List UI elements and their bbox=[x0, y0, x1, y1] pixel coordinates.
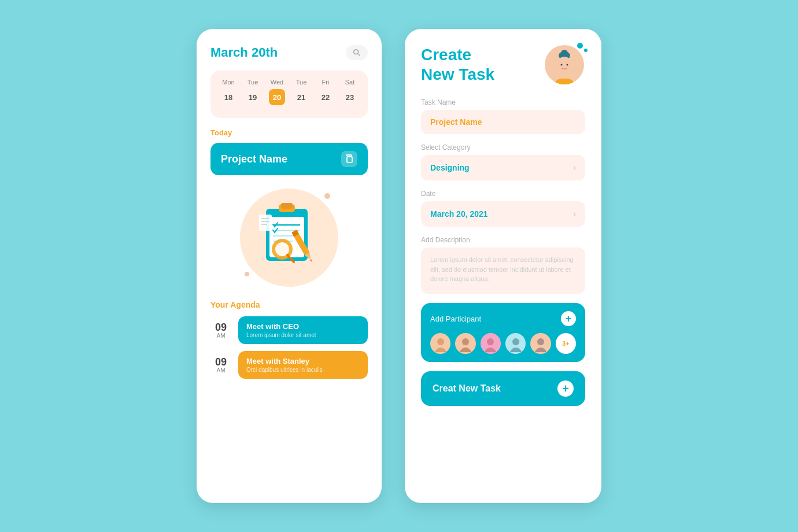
day-num-mon: 18 bbox=[220, 89, 237, 105]
avatar-area bbox=[545, 45, 585, 86]
clipboard-illustration bbox=[254, 197, 324, 278]
avatar-1-svg bbox=[432, 335, 449, 352]
avatar-svg bbox=[548, 49, 581, 84]
create-btn-label: Creat New Task bbox=[433, 383, 501, 394]
create-new-task-button[interactable]: Creat New Task + bbox=[421, 371, 585, 406]
agenda-card-title-1: Meet with CEO bbox=[246, 322, 360, 331]
create-title-line1: Create bbox=[421, 45, 494, 65]
search-icon bbox=[353, 49, 361, 57]
day-num-tue: 19 bbox=[245, 89, 261, 105]
time-block-1: 09 AM bbox=[210, 322, 231, 339]
participant-avatar-1 bbox=[430, 333, 450, 354]
project-bar[interactable]: Project Name bbox=[210, 143, 368, 175]
time-ampm-1: AM bbox=[210, 332, 231, 339]
participant-label: Add Participant bbox=[430, 315, 481, 323]
description-placeholder: Lorem ipsum dolor sit amet, consectetur … bbox=[430, 255, 576, 284]
bubble-dot1 bbox=[577, 43, 583, 49]
participant-section: Add Participant + bbox=[421, 303, 585, 362]
date-label: Date bbox=[421, 190, 585, 198]
agenda-card-2[interactable]: Meet with Stanley Orci dapibus ultrices … bbox=[238, 351, 368, 379]
participant-avatar-4 bbox=[505, 333, 526, 354]
date-field[interactable]: March 20, 2021 › bbox=[421, 201, 585, 227]
day-name-fri: Fri bbox=[322, 79, 330, 86]
time-ampm-2: AM bbox=[210, 367, 231, 374]
avatar-5-svg bbox=[532, 335, 549, 352]
svg-rect-2 bbox=[347, 157, 352, 162]
day-name-wed: Wed bbox=[271, 79, 283, 86]
svg-point-23 bbox=[561, 50, 568, 57]
day-cell-mon[interactable]: Mon 18 bbox=[217, 79, 240, 105]
svg-point-28 bbox=[462, 338, 469, 345]
bubble-dot2 bbox=[584, 49, 588, 52]
day-name-tue2: Tue bbox=[296, 79, 307, 86]
description-field[interactable]: Lorem ipsum dolor sit amet, consectetur … bbox=[421, 247, 585, 294]
category-label: Select Category bbox=[421, 143, 585, 152]
task-name-value: Project Name bbox=[430, 117, 482, 127]
day-name-sat: Sat bbox=[345, 79, 355, 86]
date-chevron-icon: › bbox=[573, 209, 576, 219]
day-num-fri: 22 bbox=[317, 89, 334, 105]
date-value: March 20, 2021 bbox=[430, 209, 488, 219]
category-chevron-icon: › bbox=[573, 162, 576, 173]
copy-icon[interactable] bbox=[341, 151, 357, 167]
participant-header: Add Participant + bbox=[430, 311, 576, 326]
day-name-tue: Tue bbox=[247, 79, 258, 86]
create-header: Create New Task bbox=[421, 45, 585, 86]
participant-avatar-3 bbox=[481, 333, 501, 354]
search-box[interactable] bbox=[346, 45, 368, 60]
agenda-card-sub-2: Orci dapibus ultrices in iaculis bbox=[246, 367, 360, 373]
day-name-mon: Mon bbox=[222, 79, 234, 86]
svg-point-25 bbox=[561, 64, 563, 66]
day-cell-fri[interactable]: Fri 22 bbox=[314, 79, 337, 105]
agenda-card-sub-1: Lorem ipsum dolor sit amet bbox=[246, 332, 360, 338]
agenda-card-1[interactable]: Meet with CEO Lorem ipsum dolor sit amet bbox=[238, 316, 368, 344]
day-cell-sat[interactable]: Sat 23 bbox=[338, 79, 361, 105]
svg-point-29 bbox=[487, 338, 494, 345]
time-num-2: 09 bbox=[210, 357, 231, 367]
day-num-sat: 23 bbox=[342, 89, 358, 105]
card-header: March 20th bbox=[210, 45, 368, 60]
svg-point-0 bbox=[354, 50, 359, 54]
project-bar-title: Project Name bbox=[221, 153, 287, 165]
illustration-area bbox=[210, 186, 368, 290]
agenda-label: Your Agenda bbox=[210, 300, 368, 309]
today-label: Today bbox=[210, 128, 368, 137]
svg-point-24 bbox=[556, 57, 572, 75]
svg-point-30 bbox=[512, 338, 519, 345]
left-phone-card: March 20th Mon 18 Tue 19 bbox=[197, 29, 382, 503]
participant-avatar-2 bbox=[455, 333, 475, 354]
agenda-item-1: 09 AM Meet with CEO Lorem ipsum dolor si… bbox=[210, 316, 368, 344]
participant-avatars: 3+ bbox=[430, 333, 576, 354]
right-create-card: Create New Task bbox=[405, 29, 601, 503]
add-participant-button[interactable]: + bbox=[561, 311, 576, 326]
participant-more-badge: 3+ bbox=[556, 333, 576, 354]
avatar-circle bbox=[545, 45, 584, 84]
day-cell-tue[interactable]: Tue 19 bbox=[241, 79, 264, 105]
category-field[interactable]: Designing › bbox=[421, 155, 585, 180]
task-name-field[interactable]: Project Name bbox=[421, 110, 585, 134]
create-title-line2: New Task bbox=[421, 65, 494, 84]
day-num-tue2: 21 bbox=[293, 89, 309, 105]
svg-marker-17 bbox=[309, 259, 312, 262]
description-label: Add Description bbox=[421, 236, 585, 244]
date-title: March 20th bbox=[210, 45, 278, 60]
svg-rect-18 bbox=[259, 215, 272, 231]
agenda-card-title-2: Meet with Stanley bbox=[246, 357, 360, 365]
avatar-3-svg bbox=[482, 335, 499, 352]
day-cell-wed[interactable]: Wed 20 bbox=[265, 79, 289, 105]
avatar-4-svg bbox=[507, 335, 524, 352]
illustration-circle bbox=[240, 189, 338, 287]
day-cell-tue2[interactable]: Tue 21 bbox=[290, 79, 313, 105]
participant-avatar-5 bbox=[530, 333, 551, 354]
create-title-block: Create New Task bbox=[421, 45, 494, 84]
calendar-days-row: Mon 18 Tue 19 Wed 20 Tue 21 bbox=[216, 79, 362, 105]
time-num-1: 09 bbox=[210, 322, 231, 332]
agenda-item-2: 09 AM Meet with Stanley Orci dapibus ult… bbox=[210, 351, 368, 379]
avatar-2-svg bbox=[457, 335, 474, 352]
svg-point-26 bbox=[567, 64, 568, 66]
time-block-2: 09 AM bbox=[210, 357, 231, 374]
svg-point-27 bbox=[437, 338, 444, 345]
svg-line-1 bbox=[358, 54, 360, 56]
category-value: Designing bbox=[430, 163, 470, 172]
task-name-label: Task Name bbox=[421, 98, 585, 106]
